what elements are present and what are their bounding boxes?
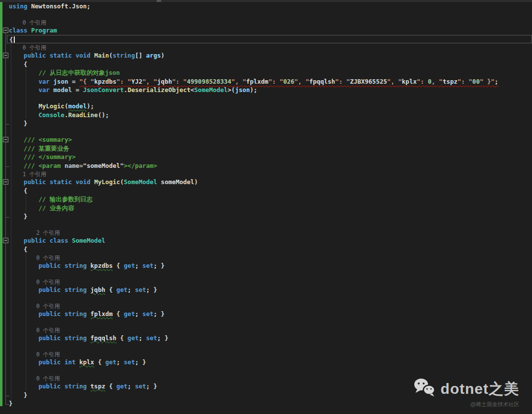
code-line[interactable]: using Newtonsoft.Json;: [7, 2, 532, 11]
code-token: static: [50, 178, 72, 186]
code-token: fplxdm: [91, 310, 113, 318]
codelens-indicator[interactable]: 2 个引用: [7, 228, 532, 236]
code-line[interactable]: /// 某重要业务: [7, 144, 532, 153]
code-line[interactable]: /// <param name="someModel"></param>: [7, 161, 532, 170]
fold-collapse-button[interactable]: [3, 137, 8, 142]
code-line[interactable]: // 从日志中获取的对象json: [7, 68, 532, 77]
blank-line: [7, 128, 532, 136]
code-token: name: [65, 162, 79, 169]
code-token: set: [142, 310, 154, 318]
code-token: "{ ": [79, 78, 94, 85]
code-token: SomeModel: [194, 86, 228, 94]
code-line[interactable]: public string fplxdm { get; set; }: [7, 310, 532, 318]
code-token: // 输出参数到日志: [38, 195, 93, 203]
code-token: ; }: [146, 286, 158, 293]
code-token: string: [65, 262, 87, 269]
codelens-indicator[interactable]: 0 个引用: [7, 302, 532, 310]
code-line[interactable]: // 业务内容: [7, 204, 532, 213]
code-token: ":: [417, 78, 428, 85]
code-token: =: [68, 78, 79, 85]
code-token: [61, 286, 65, 293]
fold-collapse-button[interactable]: [3, 238, 8, 243]
code-line[interactable]: /// <summary>: [7, 135, 532, 144]
code-line[interactable]: public string kpzdbs { get; set; }: [7, 261, 532, 270]
code-lines[interactable]: using Newtonsoft.Json; 0 个引用class Progra…: [7, 2, 532, 408]
code-line[interactable]: {: [7, 35, 532, 44]
code-token: // 业务内容: [38, 204, 74, 212]
code-token: Newtonsoft.Json;: [28, 2, 91, 10]
code-token: fplxdm: [246, 78, 268, 85]
codelens-indicator[interactable]: 0 个引用: [7, 254, 532, 261]
code-token: SomeModel: [124, 178, 157, 186]
code-token: set: [124, 358, 135, 366]
fold-region-end-marker: [5, 396, 9, 396]
code-token: get: [128, 334, 139, 342]
codelens-indicator[interactable]: 0 个引用: [7, 350, 532, 358]
code-token: // 从日志中获取的对象json: [38, 69, 120, 76]
code-line[interactable]: }: [7, 119, 532, 128]
code-token: class: [50, 237, 68, 244]
code-token: public: [38, 358, 61, 366]
code-line[interactable]: MyLogic(model);: [7, 102, 532, 111]
minus-icon: [4, 139, 7, 140]
code-token: tspz: [91, 382, 105, 390]
code-line[interactable]: var model = JsonConvert.DeserializeObjec…: [7, 86, 532, 95]
code-line[interactable]: /// </summary>: [7, 153, 532, 161]
code-line[interactable]: {: [7, 245, 532, 254]
code-line[interactable]: {: [7, 60, 532, 69]
code-line[interactable]: }: [7, 212, 532, 221]
code-token: string: [65, 310, 87, 318]
code-line[interactable]: public int kplx { get; set; }: [7, 358, 532, 367]
blank-line: [7, 11, 532, 19]
code-token: var: [38, 86, 50, 94]
codelens-indicator[interactable]: 0 个引用: [7, 278, 532, 286]
code-token: public: [38, 286, 61, 293]
code-token: public: [38, 334, 61, 342]
code-line[interactable]: public class SomeModel: [7, 236, 532, 245]
code-line[interactable]: public static void MyLogic(SomeModel som…: [7, 178, 532, 187]
fold-collapse-button[interactable]: [3, 53, 8, 58]
code-line[interactable]: {: [7, 187, 532, 195]
code-token: ; }: [154, 262, 165, 269]
fold-collapse-button[interactable]: [3, 179, 8, 185]
code-line[interactable]: // 输出参数到日志: [7, 195, 532, 204]
code-token: public: [24, 178, 46, 186]
code-line[interactable]: class Program: [7, 26, 532, 35]
code-token: kpzdbs: [91, 262, 113, 269]
code-token: ; }: [135, 358, 146, 366]
codelens-indicator[interactable]: 0 个引用: [7, 43, 532, 51]
code-token: [87, 382, 91, 390]
code-token: [46, 52, 50, 59]
code-token: tspz: [443, 78, 458, 85]
code-token: void: [75, 52, 90, 59]
code-token: set: [135, 382, 146, 390]
code-token: static: [50, 52, 72, 59]
code-token: jqbh: [91, 286, 105, 293]
code-token: ): [161, 52, 165, 59]
code-token: ": ": [172, 78, 187, 85]
code-token: ;: [116, 358, 124, 366]
code-line[interactable]: Console.ReadLine();: [7, 111, 532, 120]
codelens-indicator[interactable]: 0 个引用: [7, 326, 532, 334]
code-line[interactable]: public static void Main(string[] args): [7, 51, 532, 60]
code-token: ": ": [458, 78, 472, 85]
code-token: ;: [135, 262, 142, 269]
code-token: ;: [128, 382, 135, 390]
code-line[interactable]: public string fpqqlsh { get; set; }: [7, 334, 532, 343]
fold-collapse-button[interactable]: [3, 28, 8, 33]
code-token: [87, 310, 91, 318]
blank-line: [7, 95, 532, 102]
code-token: [61, 262, 65, 269]
code-token: set: [135, 286, 146, 293]
code-line[interactable]: public string jqbh { get; set; }: [7, 286, 532, 294]
code-token: , ": [432, 78, 443, 85]
codelens-indicator[interactable]: 1 个引用: [7, 170, 532, 178]
code-token: ></param>: [124, 162, 157, 169]
codelens-indicator[interactable]: 0 个引用: [7, 18, 532, 26]
code-token: {: [116, 334, 128, 342]
code-line[interactable]: var json = "{ "kpzdbs": "YJ2", "jqbh": "…: [7, 77, 532, 86]
blank-line: [7, 318, 532, 326]
code-token: 026: [283, 78, 295, 85]
blank-line: [7, 367, 532, 375]
code-token: >(: [228, 86, 235, 94]
